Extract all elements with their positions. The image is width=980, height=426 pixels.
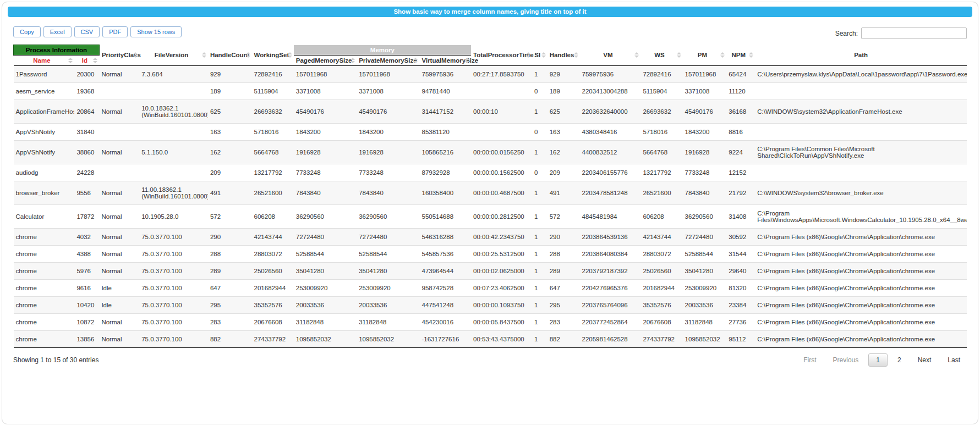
- column-header-pm[interactable]: PM: [683, 45, 727, 66]
- cell-pm: 3371008: [683, 83, 727, 100]
- sort-icon: [720, 52, 725, 58]
- cell-npm: 11120: [726, 83, 755, 100]
- cell-fileversion: 75.0.3770.100: [139, 246, 208, 263]
- cell-si: 1: [532, 141, 548, 164]
- column-header-virtualmemorysize[interactable]: VirtualMemorySize: [419, 56, 471, 66]
- column-header-handlecount[interactable]: HandleCount: [208, 45, 252, 66]
- cell-name: chrome: [14, 314, 75, 331]
- cell-vm: 759975936: [580, 66, 641, 83]
- column-header-vm[interactable]: VM: [580, 45, 641, 66]
- column-header-npm[interactable]: NPM: [726, 45, 755, 66]
- column-header-ws[interactable]: WS: [640, 45, 682, 66]
- cell-priorityclass: Normal: [99, 181, 139, 205]
- pdf-button[interactable]: PDF: [102, 26, 128, 37]
- cell-name: ApplicationFrameHost: [14, 100, 75, 124]
- column-label: Id: [82, 57, 87, 64]
- cell-pagedmemorysize: 36290560: [294, 205, 357, 229]
- cell-fileversion: 75.0.3770.100: [139, 331, 208, 348]
- table-row: chrome4388Normal75.0.3770.10028828803072…: [14, 246, 967, 263]
- cell-ws: 274337792: [640, 331, 682, 348]
- column-header-priorityclass[interactable]: PriorityClass: [99, 45, 139, 66]
- cell-si: 1: [532, 246, 548, 263]
- cell-workingset: 606208: [252, 205, 294, 229]
- cell-handlecount: 625: [208, 100, 252, 124]
- cell-totalprocessortime: 00:00:00.0156250: [471, 141, 532, 164]
- cell-totalprocessortime: 00:00:42.2343750: [471, 229, 532, 246]
- cell-id: 4032: [74, 229, 99, 246]
- cell-id: 10420: [74, 297, 99, 314]
- cell-vm: 2203632640000: [580, 100, 641, 124]
- cell-workingset: 201682944: [252, 280, 294, 297]
- csv-button[interactable]: CSV: [74, 26, 100, 37]
- cell-id: 9556: [74, 181, 99, 205]
- column-header-workingset[interactable]: WorkingSet: [252, 45, 294, 66]
- cell-privatememorysize: 20033536: [357, 297, 419, 314]
- column-header-name[interactable]: Name: [14, 56, 75, 66]
- cell-npm: 9224: [726, 141, 755, 164]
- table-row: browser_broker9556Normal11.00.18362.1 (W…: [14, 181, 967, 205]
- cell-pagedmemorysize: 20033536: [294, 297, 357, 314]
- table-body: 1Password20300Normal7.3.6849297289241615…: [14, 66, 967, 348]
- cell-path: [755, 83, 967, 100]
- cell-id: 17872: [74, 205, 99, 229]
- cell-handles: 572: [548, 205, 580, 229]
- cell-virtualmemorysize: 454230016: [419, 314, 471, 331]
- cell-virtualmemorysize: 958742528: [419, 280, 471, 297]
- cell-pagedmemorysize: 253009920: [294, 280, 357, 297]
- cell-npm: 12152: [726, 164, 755, 181]
- cell-path: C:\Program Files (x86)\Google\Chrome\App…: [755, 229, 967, 246]
- cell-fileversion: 7.3.684: [139, 66, 208, 83]
- cell-handlecount: 163: [208, 124, 252, 141]
- export-buttons: Copy Excel CSV PDF Show 15 rows: [13, 26, 182, 37]
- cell-handlecount: 882: [208, 331, 252, 348]
- search-input[interactable]: [861, 27, 967, 39]
- cell-si: 1: [532, 297, 548, 314]
- column-header-privatememorysize[interactable]: PrivateMemorySize: [357, 56, 419, 66]
- copy-button[interactable]: Copy: [13, 26, 41, 37]
- cell-handles: 295: [548, 297, 580, 314]
- cell-priorityclass: Normal: [99, 141, 139, 164]
- pagination-previous[interactable]: Previous: [826, 354, 866, 366]
- column-header-handles[interactable]: Handles: [548, 45, 580, 66]
- cell-pm: 36290560: [683, 205, 727, 229]
- cell-virtualmemorysize: 447541248: [419, 297, 471, 314]
- cell-id: 4388: [74, 246, 99, 263]
- cell-name: chrome: [14, 280, 75, 297]
- pagination-last[interactable]: Last: [941, 354, 967, 366]
- cell-pm: 52588544: [683, 246, 727, 263]
- excel-button[interactable]: Excel: [43, 26, 72, 37]
- cell-npm: 27736: [726, 314, 755, 331]
- cell-totalprocessortime: 00:00:25.5312500: [471, 246, 532, 263]
- column-label: PagedMemorySize: [296, 57, 352, 64]
- pagination-first[interactable]: First: [797, 354, 823, 366]
- sort-icon: [246, 52, 250, 58]
- column-header-si[interactable]: SI: [532, 45, 548, 66]
- cell-workingset: 72892416: [252, 66, 294, 83]
- cell-vm: 4400832512: [580, 141, 641, 164]
- cell-fileversion: 75.0.3770.100: [139, 263, 208, 280]
- cell-pagedmemorysize: 35041280: [294, 263, 357, 280]
- show-rows-button[interactable]: Show 15 rows: [130, 26, 182, 37]
- cell-ws: 13217792: [640, 164, 682, 181]
- column-header-fileversion[interactable]: FileVersion: [139, 45, 208, 66]
- sort-icon: [677, 52, 681, 58]
- cell-pagedmemorysize: 3371008: [294, 83, 357, 100]
- cell-totalprocessortime: [471, 124, 532, 141]
- pagination-next[interactable]: Next: [911, 354, 938, 366]
- cell-workingset: 274337792: [252, 331, 294, 348]
- pagination-page-2[interactable]: 2: [891, 354, 908, 366]
- column-header-path[interactable]: Path: [755, 45, 967, 66]
- column-header-id[interactable]: Id: [74, 56, 99, 66]
- column-header-totalprocessortime[interactable]: TotalProcessorTime: [471, 45, 532, 66]
- cell-workingset: 13217792: [252, 164, 294, 181]
- cell-handles: 290: [548, 229, 580, 246]
- cell-vm: 2203413004288: [580, 83, 641, 100]
- cell-vm: 2203864539136: [580, 229, 641, 246]
- cell-ws: 26693632: [640, 100, 682, 124]
- cell-workingset: 20676608: [252, 314, 294, 331]
- cell-privatememorysize: 157011968: [357, 66, 419, 83]
- pagination-page-1[interactable]: 1: [868, 353, 888, 367]
- column-header-pagedmemorysize[interactable]: PagedMemorySize: [294, 56, 357, 66]
- cell-priorityclass: Normal: [99, 229, 139, 246]
- cell-priorityclass: Normal: [99, 263, 139, 280]
